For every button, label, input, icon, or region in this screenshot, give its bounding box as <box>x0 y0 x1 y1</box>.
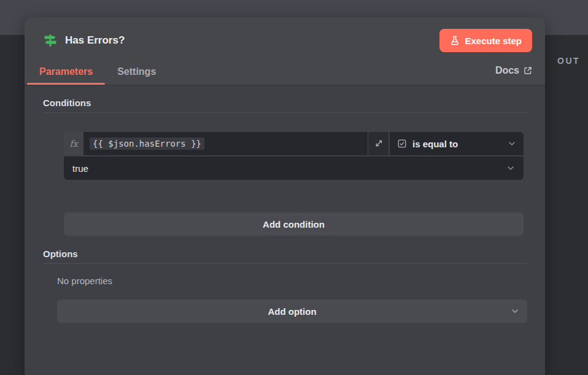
add-condition-button[interactable]: Add condition <box>64 212 524 236</box>
docs-link[interactable]: Docs <box>495 65 532 85</box>
boolean-checkbox-icon <box>397 139 407 149</box>
fx-expression-badge: fx <box>64 132 83 155</box>
condition-value-select[interactable]: true <box>64 157 524 180</box>
conditions-divider <box>43 112 527 113</box>
external-link-icon <box>524 66 532 75</box>
node-settings-panel: Has Errors? Execute step Parameters Sett… <box>25 17 545 375</box>
condition-left-value-field[interactable]: fx {{ $json.hasErrors }} <box>64 132 389 155</box>
operator-select[interactable]: is equal to <box>390 132 524 155</box>
tab-settings[interactable]: Settings <box>105 66 168 85</box>
add-option-button[interactable]: Add option <box>57 300 527 323</box>
expand-icon <box>374 139 383 148</box>
options-divider <box>43 263 527 264</box>
no-properties-text: No properties <box>57 276 527 286</box>
chevron-down-icon <box>511 307 519 315</box>
condition-value-label: true <box>72 163 506 174</box>
panel-header: Has Errors? Execute step Parameters Sett… <box>25 17 545 85</box>
options-section: Options No properties Add option <box>43 249 527 323</box>
node-title: Has Errors? <box>65 34 439 47</box>
chevron-down-icon <box>506 164 515 172</box>
execute-step-label: Execute step <box>465 36 522 46</box>
add-condition-label: Add condition <box>263 219 325 230</box>
expand-expression-button[interactable] <box>368 132 389 155</box>
if-node-signpost-icon <box>43 33 58 48</box>
chevron-down-icon <box>508 139 516 148</box>
operator-label: is equal to <box>412 139 502 149</box>
add-option-label: Add option <box>268 306 316 317</box>
expression-input[interactable]: {{ $json.hasErrors }} <box>83 132 368 155</box>
tab-bar: Parameters Settings Docs <box>25 57 545 85</box>
output-panel-label: OUT <box>557 56 580 66</box>
flask-icon <box>450 36 460 45</box>
parameters-content: Conditions fx {{ $json.hasErrors }} <box>25 85 545 323</box>
execute-step-button[interactable]: Execute step <box>439 29 532 52</box>
conditions-section-label: Conditions <box>43 98 527 108</box>
tab-parameters[interactable]: Parameters <box>27 66 105 85</box>
docs-link-label: Docs <box>495 65 519 76</box>
expression-value: {{ $json.hasErrors }} <box>90 137 204 150</box>
options-section-label: Options <box>43 249 527 259</box>
condition-row: fx {{ $json.hasErrors }} <box>64 132 524 180</box>
